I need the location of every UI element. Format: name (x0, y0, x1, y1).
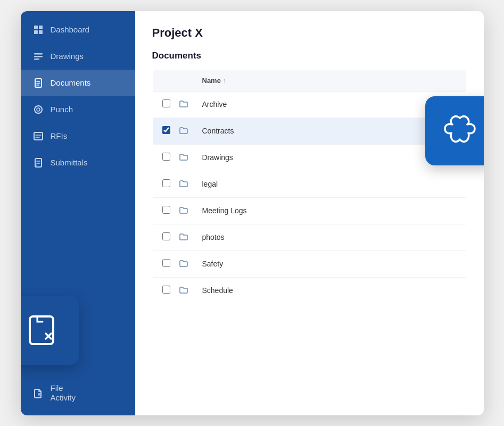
row-folder-icon-cell (175, 144, 194, 171)
column-name-label: Name (202, 77, 221, 85)
row-checkbox[interactable] (162, 99, 170, 107)
row-folder-icon-cell (175, 197, 194, 224)
svg-rect-1 (39, 26, 43, 29)
row-folder-icon-cell (175, 277, 194, 304)
section-title: Documents (152, 51, 467, 61)
column-header-name[interactable]: Name↑ (194, 70, 467, 91)
row-checkbox[interactable] (162, 179, 170, 187)
table-row[interactable]: legal (152, 171, 466, 197)
svg-rect-2 (34, 30, 38, 34)
sidebar-item-submittals[interactable]: Submittals (21, 149, 135, 176)
row-checkbox[interactable] (162, 126, 170, 134)
svg-rect-3 (39, 30, 43, 34)
row-folder-icon-cell (175, 171, 194, 197)
main-content: Project X Documents Name↑ (135, 11, 484, 415)
sidebar-item-documents[interactable]: Documents (21, 70, 135, 96)
row-checkbox-cell[interactable] (152, 171, 175, 197)
table-row[interactable]: Drawings (152, 144, 466, 171)
file-activity-icon (32, 387, 44, 399)
row-folder-icon-cell (175, 224, 194, 250)
rfis-icon (32, 130, 44, 142)
dashboard-icon (32, 24, 44, 36)
table-row[interactable]: Safety (152, 250, 466, 277)
table-row[interactable]: Schedule (152, 277, 466, 304)
svg-rect-17 (34, 132, 43, 140)
file-table: Name↑ Archive (152, 70, 467, 304)
row-checkbox[interactable] (162, 206, 170, 214)
sidebar-label-rfis: RFIs (51, 131, 68, 140)
sidebar-label-submittals: Submittals (51, 158, 88, 167)
header-icon-cell (175, 70, 194, 91)
row-name: photos (194, 224, 467, 250)
row-folder-icon-cell (175, 250, 194, 277)
row-checkbox-cell[interactable] (152, 224, 175, 250)
row-checkbox[interactable] (162, 153, 170, 161)
header-checkbox-cell (152, 70, 175, 91)
svg-point-11 (35, 106, 42, 113)
table-row[interactable]: Contracts (152, 118, 466, 144)
table-row[interactable]: Meeting Logs (152, 197, 466, 224)
row-checkbox[interactable] (162, 286, 170, 294)
sidebar-item-dashboard[interactable]: Dashboard (21, 16, 135, 43)
cloud-card (425, 96, 484, 165)
row-folder-icon-cell (175, 118, 194, 144)
row-checkbox[interactable] (162, 232, 170, 240)
documents-icon (32, 77, 44, 89)
row-checkbox-cell[interactable] (152, 250, 175, 277)
row-checkbox-cell[interactable] (152, 197, 175, 224)
row-checkbox[interactable] (162, 259, 170, 267)
svg-rect-0 (34, 26, 38, 29)
sidebar-item-drawings[interactable]: Drawings (21, 43, 135, 70)
sidebar-item-rfis[interactable]: RFIs (21, 123, 135, 149)
drawings-icon (32, 51, 44, 62)
sidebar-label-punch: Punch (51, 105, 73, 114)
file-move-card (21, 296, 79, 365)
svg-rect-20 (35, 158, 42, 167)
table-row[interactable]: Archive (152, 91, 466, 118)
svg-rect-4 (34, 53, 43, 55)
svg-rect-6 (34, 59, 39, 60)
row-checkbox-cell[interactable] (152, 277, 175, 304)
sort-arrow: ↑ (223, 77, 226, 85)
row-folder-icon-cell (175, 91, 194, 118)
table-row[interactable]: photos (152, 224, 466, 250)
row-name: Safety (194, 250, 467, 277)
svg-point-23 (36, 164, 37, 165)
sidebar-item-file-activity[interactable]: File Activity (21, 376, 135, 410)
page-title: Project X (152, 26, 467, 40)
svg-rect-5 (34, 56, 43, 57)
row-name: Meeting Logs (194, 197, 467, 224)
row-name: legal (194, 171, 467, 197)
row-checkbox-cell[interactable] (152, 144, 175, 171)
sidebar-item-punch[interactable]: Punch (21, 96, 135, 123)
row-checkbox-cell[interactable] (152, 118, 175, 144)
sidebar-label-dashboard: Dashboard (51, 25, 89, 34)
submittals-icon (32, 157, 44, 169)
row-checkbox-cell[interactable] (152, 91, 175, 118)
sidebar-label-documents: Documents (51, 78, 91, 87)
sidebar-label-file-activity: File Activity (51, 383, 76, 403)
sidebar-label-drawings: Drawings (51, 52, 84, 61)
svg-point-12 (37, 108, 40, 111)
row-name: Schedule (194, 277, 467, 304)
punch-icon (32, 104, 44, 115)
app-shell: Dashboard Drawings Docume (21, 11, 484, 415)
svg-rect-24 (30, 316, 53, 344)
